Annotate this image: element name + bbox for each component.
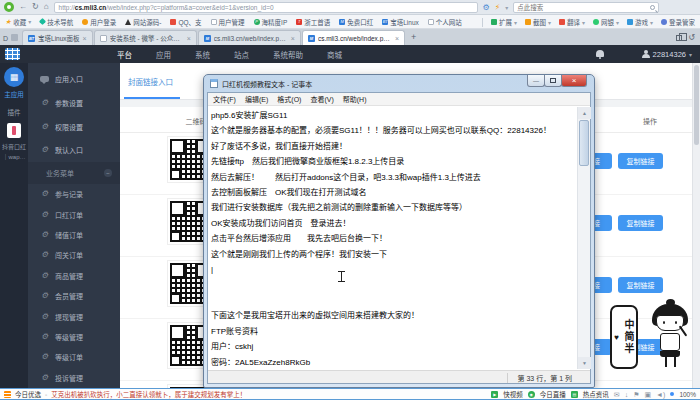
bookmark-item[interactable]: BT宝塔Linux: [382, 17, 419, 27]
bell-icon[interactable]: [596, 50, 604, 57]
close-icon[interactable]: ×: [291, 35, 295, 42]
speed-bolt-icon[interactable]: ⚡: [495, 3, 501, 12]
copy-link-button[interactable]: 复制链接: [618, 153, 663, 169]
layout-icon[interactable]: [676, 35, 682, 41]
news-ticker-link[interactable]: 艾克出机被扒砍执行，小二直接认领就卜，属于建交规划发有掌上！: [51, 389, 487, 399]
nav-platform[interactable]: 平台: [117, 49, 132, 60]
close-button[interactable]: ×: [561, 75, 587, 87]
sidebar-item-default-entry[interactable]: ⚙默认入口: [28, 138, 120, 162]
sidebar-item-permissions[interactable]: ⚙权限设置: [28, 115, 120, 139]
rail-plugins-label[interactable]: 插件: [0, 107, 28, 117]
sidebar-item-records[interactable]: ⚙参与记录: [28, 184, 120, 204]
menu-edit[interactable]: 编辑(E): [245, 94, 268, 104]
maximize-button[interactable]: [544, 75, 562, 87]
settings-gear-icon[interactable]: ⚙: [483, 3, 490, 12]
chevron-down-icon[interactable]: ▾: [505, 4, 508, 11]
news-icon[interactable]: ▤: [571, 391, 578, 398]
zoom-level[interactable]: 100%: [679, 391, 696, 398]
home-icon[interactable]: ⌂: [44, 3, 49, 11]
tool-extensions[interactable]: 扩展▾: [491, 17, 517, 27]
tool-login-manager[interactable]: 登录管家: [661, 17, 695, 27]
url-bar[interactable]: http://cs.mli3.cn/web/index.php?c=platfo…: [54, 2, 478, 13]
nav-app[interactable]: 应用: [156, 49, 171, 60]
scrollbar-thumb[interactable]: [579, 120, 589, 166]
download-icon[interactable]: ↓: [625, 391, 629, 398]
bookmark-favorites[interactable]: ★收藏▾: [5, 17, 31, 27]
tool-banking[interactable]: 网银▾: [593, 17, 619, 27]
notepad-window[interactable]: 口红机视频教程文本 - 记事本 — × 文件(F) 编辑(E) 格式(O) 查看…: [203, 74, 595, 388]
menu-view[interactable]: 查看(V): [310, 94, 333, 104]
close-icon[interactable]: ×: [83, 35, 87, 42]
pinned-tab-icon[interactable]: [11, 34, 18, 41]
live-label[interactable]: 今日直播: [540, 389, 566, 399]
menu-file[interactable]: 文件(F): [213, 94, 236, 104]
tool-games[interactable]: 游戏▾: [627, 17, 653, 27]
notepad-text-area[interactable]: php5.6安装扩展SG11 这个就是服务器基本的配置，必须要SG11！！！服务…: [208, 107, 577, 369]
new-tab-button[interactable]: +: [411, 32, 416, 42]
sidebar-item-entry[interactable]: 应用入口: [28, 67, 120, 91]
tab-baota[interactable]: BT宝塔Linux面板×: [22, 30, 93, 45]
tab-csmli3-active[interactable]: Mcs.mli3.cn/web/index.php?c=…×: [302, 30, 405, 45]
tab-csmli3[interactable]: Mcs.mli3.cn/web/index.php?c=…×: [198, 30, 301, 45]
close-icon[interactable]: ×: [395, 35, 399, 42]
pages-icon[interactable]: ▣: [644, 391, 651, 398]
sidebar-item-level-order[interactable]: ⚙等级订单: [28, 347, 120, 367]
rail-main-app-label[interactable]: 主应用: [0, 89, 28, 99]
nav-help[interactable]: 系统帮助: [273, 49, 303, 60]
hot-news-label[interactable]: 热点资讯: [583, 389, 609, 399]
browser-logo-icon[interactable]: [4, 2, 14, 12]
menu-help[interactable]: 帮助(H): [343, 94, 367, 104]
sidebar-section-business[interactable]: 业务菜单−: [28, 162, 120, 184]
video-play-icon[interactable]: ▶: [491, 391, 498, 398]
scrollbar-thumb[interactable]: [694, 65, 699, 145]
back-icon[interactable]: ←: [19, 3, 27, 11]
bookmark-item[interactable]: 个人网站: [428, 17, 462, 27]
tab-install[interactable]: 安装系统 - 微擎 - 公众平台自助×: [94, 30, 197, 45]
sidebar-item-levels[interactable]: ⚙等级管理: [28, 327, 120, 347]
live-icon[interactable]: ◉: [528, 391, 535, 398]
bookmark-item[interactable]: QQ、支: [170, 17, 201, 27]
weengine-logo[interactable]: [5, 48, 20, 60]
minimize-button[interactable]: —: [527, 75, 545, 87]
bookmark-item[interactable]: T浙工首语: [296, 17, 330, 27]
reopen-tab-icon[interactable]: ↺: [688, 34, 695, 42]
sidebar-item-complaints[interactable]: ⚙投诉管理: [28, 368, 120, 388]
menu-format[interactable]: 格式(O): [277, 94, 301, 104]
scroll-up-icon[interactable]: ▲: [578, 107, 591, 119]
speaker-icon[interactable]: ◄): [656, 391, 665, 398]
copy-link-button[interactable]: 复制链接: [618, 215, 663, 231]
nav-site[interactable]: 站点: [234, 49, 249, 60]
nav-store[interactable]: 商城: [327, 49, 342, 60]
tab-cover-link[interactable]: 封面链接入口: [128, 76, 173, 87]
sidebar-item-products[interactable]: ⚙商品管理: [28, 266, 120, 286]
close-icon[interactable]: ×: [187, 35, 191, 42]
quick-video-label[interactable]: 快视频: [503, 389, 523, 399]
bookmark-item[interactable]: 技术导航: [40, 17, 73, 27]
browser-search-box[interactable]: [513, 2, 659, 13]
bookmark-item[interactable]: 网站源码-: [125, 17, 161, 27]
user-menu[interactable]: 22814326 ▾: [642, 45, 692, 63]
sidebar-item-params[interactable]: ⚙参数设置: [28, 91, 120, 115]
notepad-titlebar[interactable]: 口红机视频教程文本 - 记事本 — ×: [204, 75, 594, 92]
search-magnifier-icon[interactable]: [650, 5, 655, 10]
notepad-scrollbar[interactable]: ▲ ▼: [577, 107, 590, 369]
sidebar-item-lipstick-orders[interactable]: ⚙口红订单: [28, 205, 120, 225]
refresh-icon[interactable]: ↻: [32, 3, 39, 11]
sidebar-item-level-orders[interactable]: ⚙闯关订单: [28, 245, 120, 265]
bookmark-item[interactable]: 用户登录: [82, 17, 116, 27]
mascot-widget[interactable]: 中简半 ♥: [610, 297, 700, 388]
daily-picks-label[interactable]: 今日优选: [15, 389, 41, 399]
sidebar-item-stored-orders[interactable]: ⚙储值订单: [28, 225, 120, 245]
plugin-tile-icon[interactable]: [7, 123, 21, 138]
scroll-down-icon[interactable]: ▼: [578, 357, 591, 369]
bookmark-item[interactable]: M免费口红: [339, 17, 373, 27]
tool-screenshot[interactable]: 截图▾: [525, 17, 551, 27]
bookmark-item[interactable]: 用户管理: [211, 17, 245, 27]
flag-icon[interactable]: ⚑: [633, 391, 639, 398]
zoom-slider-dot[interactable]: [670, 392, 674, 396]
tool-translate[interactable]: 翻译▾: [559, 17, 585, 27]
nav-system[interactable]: 系统: [195, 49, 210, 60]
sidebar-item-withdraw[interactable]: ⚙提现管理: [28, 306, 120, 326]
collapse-icon[interactable]: −: [104, 169, 112, 177]
mail-icon[interactable]: ✉: [614, 391, 620, 398]
